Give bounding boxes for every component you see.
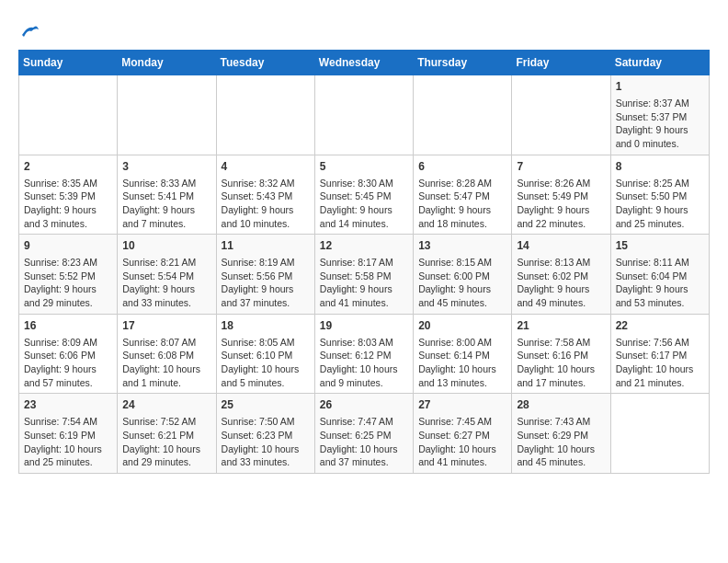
day-number: 14: [517, 238, 605, 254]
day-info: Sunrise: 8:00 AM Sunset: 6:14 PM Dayligh…: [418, 336, 506, 390]
day-info: Sunrise: 8:21 AM Sunset: 5:54 PM Dayligh…: [122, 256, 210, 310]
day-info: Sunrise: 8:37 AM Sunset: 5:37 PM Dayligh…: [616, 97, 704, 151]
day-info: Sunrise: 8:15 AM Sunset: 6:00 PM Dayligh…: [418, 256, 506, 310]
day-info: Sunrise: 7:50 AM Sunset: 6:23 PM Dayligh…: [222, 415, 310, 469]
day-info: Sunrise: 7:58 AM Sunset: 6:16 PM Dayligh…: [517, 336, 605, 390]
calendar-day-cell: 5Sunrise: 8:30 AM Sunset: 5:45 PM Daylig…: [314, 155, 413, 235]
day-info: Sunrise: 8:33 AM Sunset: 5:41 PM Dayligh…: [122, 177, 210, 231]
day-info: Sunrise: 7:45 AM Sunset: 6:27 PM Dayligh…: [418, 415, 506, 469]
day-info: Sunrise: 8:19 AM Sunset: 5:56 PM Dayligh…: [222, 256, 310, 310]
day-of-week-header: Thursday: [414, 51, 512, 75]
calendar-day-cell: [610, 394, 709, 474]
calendar-week-row: 23Sunrise: 7:54 AM Sunset: 6:19 PM Dayli…: [19, 394, 710, 474]
day-number: 18: [222, 318, 310, 334]
day-number: 23: [24, 397, 112, 413]
calendar-week-row: 1Sunrise: 8:37 AM Sunset: 5:37 PM Daylig…: [19, 75, 710, 155]
day-of-week-header: Wednesday: [314, 51, 413, 75]
day-info: Sunrise: 7:43 AM Sunset: 6:29 PM Dayligh…: [517, 415, 605, 469]
logo-text: [18, 18, 40, 40]
calendar-day-cell: 23Sunrise: 7:54 AM Sunset: 6:19 PM Dayli…: [19, 394, 118, 474]
calendar-day-cell: 16Sunrise: 8:09 AM Sunset: 6:06 PM Dayli…: [19, 314, 118, 394]
day-info: Sunrise: 8:05 AM Sunset: 6:10 PM Dayligh…: [222, 336, 310, 390]
calendar-day-cell: 11Sunrise: 8:19 AM Sunset: 5:56 PM Dayli…: [216, 235, 314, 315]
day-number: 24: [122, 397, 210, 413]
calendar-header: SundayMondayTuesdayWednesdayThursdayFrid…: [19, 51, 710, 75]
day-number: 4: [222, 159, 310, 175]
day-info: Sunrise: 7:47 AM Sunset: 6:25 PM Dayligh…: [320, 415, 408, 469]
day-number: 10: [122, 238, 210, 254]
days-of-week-row: SundayMondayTuesdayWednesdayThursdayFrid…: [19, 51, 710, 75]
day-info: Sunrise: 8:07 AM Sunset: 6:08 PM Dayligh…: [122, 336, 210, 390]
day-info: Sunrise: 7:54 AM Sunset: 6:19 PM Dayligh…: [24, 415, 112, 469]
calendar-day-cell: 2Sunrise: 8:35 AM Sunset: 5:39 PM Daylig…: [19, 155, 118, 235]
calendar-day-cell: 12Sunrise: 8:17 AM Sunset: 5:58 PM Dayli…: [314, 235, 413, 315]
day-info: Sunrise: 8:11 AM Sunset: 6:04 PM Dayligh…: [616, 256, 704, 310]
day-info: Sunrise: 8:30 AM Sunset: 5:45 PM Dayligh…: [320, 177, 408, 231]
calendar-day-cell: [118, 75, 216, 155]
calendar-day-cell: 20Sunrise: 8:00 AM Sunset: 6:14 PM Dayli…: [414, 314, 512, 394]
calendar-day-cell: 6Sunrise: 8:28 AM Sunset: 5:47 PM Daylig…: [414, 155, 512, 235]
day-number: 15: [616, 238, 704, 254]
day-info: Sunrise: 8:32 AM Sunset: 5:43 PM Dayligh…: [222, 177, 310, 231]
calendar-day-cell: 21Sunrise: 7:58 AM Sunset: 6:16 PM Dayli…: [512, 314, 610, 394]
day-number: 20: [418, 318, 506, 334]
day-number: 3: [122, 159, 210, 175]
calendar-day-cell: [314, 75, 413, 155]
day-number: 17: [122, 318, 210, 334]
calendar-day-cell: 24Sunrise: 7:52 AM Sunset: 6:21 PM Dayli…: [118, 394, 216, 474]
day-number: 7: [517, 159, 605, 175]
calendar-day-cell: 7Sunrise: 8:26 AM Sunset: 5:49 PM Daylig…: [512, 155, 610, 235]
day-info: Sunrise: 8:17 AM Sunset: 5:58 PM Dayligh…: [320, 256, 408, 310]
calendar-week-row: 2Sunrise: 8:35 AM Sunset: 5:39 PM Daylig…: [19, 155, 710, 235]
day-info: Sunrise: 7:52 AM Sunset: 6:21 PM Dayligh…: [122, 415, 210, 469]
day-info: Sunrise: 8:28 AM Sunset: 5:47 PM Dayligh…: [418, 177, 506, 231]
calendar-day-cell: 28Sunrise: 7:43 AM Sunset: 6:29 PM Dayli…: [512, 394, 610, 474]
day-info: Sunrise: 8:03 AM Sunset: 6:12 PM Dayligh…: [320, 336, 408, 390]
day-number: 28: [517, 397, 605, 413]
calendar-day-cell: 3Sunrise: 8:33 AM Sunset: 5:41 PM Daylig…: [118, 155, 216, 235]
calendar-table: SundayMondayTuesdayWednesdayThursdayFrid…: [18, 50, 710, 474]
day-number: 12: [320, 238, 408, 254]
calendar-day-cell: [19, 75, 118, 155]
calendar-day-cell: 25Sunrise: 7:50 AM Sunset: 6:23 PM Dayli…: [216, 394, 314, 474]
day-number: 25: [222, 397, 310, 413]
calendar-day-cell: [414, 75, 512, 155]
calendar-day-cell: 15Sunrise: 8:11 AM Sunset: 6:04 PM Dayli…: [610, 235, 709, 315]
day-info: Sunrise: 8:25 AM Sunset: 5:50 PM Dayligh…: [616, 177, 704, 231]
logo-bird-icon: [20, 22, 40, 39]
day-of-week-header: Sunday: [19, 51, 118, 75]
logo: [18, 18, 40, 40]
day-number: 8: [616, 159, 704, 175]
calendar-day-cell: 27Sunrise: 7:45 AM Sunset: 6:27 PM Dayli…: [414, 394, 512, 474]
day-info: Sunrise: 8:26 AM Sunset: 5:49 PM Dayligh…: [517, 177, 605, 231]
calendar-day-cell: 19Sunrise: 8:03 AM Sunset: 6:12 PM Dayli…: [314, 314, 413, 394]
day-number: 26: [320, 397, 408, 413]
calendar-day-cell: 26Sunrise: 7:47 AM Sunset: 6:25 PM Dayli…: [314, 394, 413, 474]
calendar-day-cell: 9Sunrise: 8:23 AM Sunset: 5:52 PM Daylig…: [19, 235, 118, 315]
day-number: 27: [418, 397, 506, 413]
calendar-day-cell: [216, 75, 314, 155]
day-number: 21: [517, 318, 605, 334]
calendar-body: 1Sunrise: 8:37 AM Sunset: 5:37 PM Daylig…: [19, 75, 710, 474]
calendar-day-cell: 1Sunrise: 8:37 AM Sunset: 5:37 PM Daylig…: [610, 75, 709, 155]
day-of-week-header: Tuesday: [216, 51, 314, 75]
day-number: 1: [616, 79, 704, 95]
day-of-week-header: Saturday: [610, 51, 709, 75]
calendar-day-cell: 18Sunrise: 8:05 AM Sunset: 6:10 PM Dayli…: [216, 314, 314, 394]
day-number: 13: [418, 238, 506, 254]
day-number: 9: [24, 238, 112, 254]
page-header: [18, 18, 710, 40]
day-of-week-header: Monday: [118, 51, 216, 75]
calendar-week-row: 16Sunrise: 8:09 AM Sunset: 6:06 PM Dayli…: [19, 314, 710, 394]
day-info: Sunrise: 8:23 AM Sunset: 5:52 PM Dayligh…: [24, 256, 112, 310]
calendar-day-cell: 17Sunrise: 8:07 AM Sunset: 6:08 PM Dayli…: [118, 314, 216, 394]
calendar-day-cell: 4Sunrise: 8:32 AM Sunset: 5:43 PM Daylig…: [216, 155, 314, 235]
day-number: 16: [24, 318, 112, 334]
day-number: 5: [320, 159, 408, 175]
day-number: 22: [616, 318, 704, 334]
day-number: 11: [222, 238, 310, 254]
day-info: Sunrise: 8:35 AM Sunset: 5:39 PM Dayligh…: [24, 177, 112, 231]
calendar-day-cell: 8Sunrise: 8:25 AM Sunset: 5:50 PM Daylig…: [610, 155, 709, 235]
day-number: 19: [320, 318, 408, 334]
calendar-day-cell: 13Sunrise: 8:15 AM Sunset: 6:00 PM Dayli…: [414, 235, 512, 315]
